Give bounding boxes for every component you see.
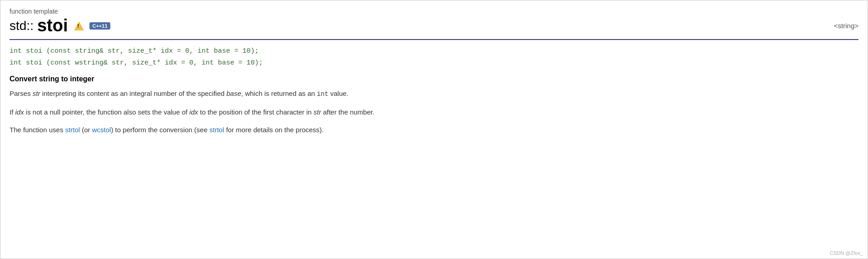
paragraph-3: The function uses strtol (or wcstol) to … [10, 124, 858, 136]
string-tag: <string> [834, 22, 858, 30]
para3-link-wcstol[interactable]: wcstol [92, 126, 111, 134]
para2-prefix: If [10, 108, 15, 116]
para1-suffix2: value. [328, 90, 348, 97]
template-label: function template [10, 8, 858, 15]
para3-link-strtol1[interactable]: strtol [65, 126, 80, 134]
para2-italic-idx2: idx [189, 108, 198, 116]
paragraph-1: Parses str interpreting its content as a… [10, 88, 858, 100]
warning-triangle-shape [74, 21, 84, 30]
function-name: stoi [37, 16, 68, 35]
para3-link-strtol2[interactable]: strtol [209, 126, 224, 134]
code-line-1: int stoi (const string& str, size_t* idx… [10, 45, 858, 57]
para1-italic-str: str [33, 90, 40, 97]
para3-mid1: (or [80, 126, 92, 134]
warning-icon [74, 21, 84, 30]
para1-mid: interpreting its content as an integral … [40, 90, 227, 97]
para3-mid2: ) to perform the conversion (see [111, 126, 209, 134]
para1-italic-base: base [227, 90, 242, 97]
title-left: std::stoi C++11 [10, 16, 110, 35]
code-line-2: int stoi (const wstring& str, size_t* id… [10, 57, 858, 69]
std-prefix: std:: [10, 19, 34, 33]
para2-mid1: is not a null pointer, the function also… [24, 108, 189, 116]
para1-suffix1: , which is returned as an [241, 90, 317, 97]
section-title: Convert string to integer [10, 75, 858, 83]
para1-inline-code: int [317, 90, 328, 98]
para2-suffix: after the number. [321, 108, 375, 116]
cpp-badge: C++11 [89, 22, 110, 30]
para3-prefix: The function uses [10, 126, 65, 134]
main-container: function template std::stoi C++11 <strin… [0, 0, 868, 259]
para2-italic-str: str [314, 108, 321, 116]
title-row: std::stoi C++11 <string> [10, 16, 858, 35]
para2-italic-idx1: idx [15, 108, 24, 116]
para3-suffix: for more details on the process). [224, 126, 324, 134]
paragraph-2: If idx is not a null pointer, the functi… [10, 106, 858, 118]
watermark: CSDN @Zfox_ [830, 250, 863, 256]
para2-mid2: to the position of the first character i… [198, 108, 313, 116]
title-divider [10, 39, 858, 40]
para1-prefix: Parses [10, 90, 33, 97]
code-block: int stoi (const string& str, size_t* idx… [10, 45, 858, 69]
